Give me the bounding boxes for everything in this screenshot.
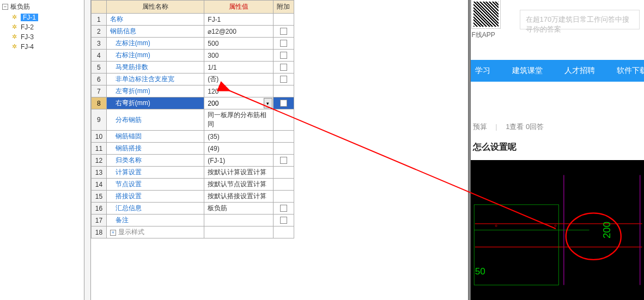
row-number: 4 <box>92 50 107 62</box>
tree-item-label: FJ-4 <box>21 43 34 51</box>
row-number: 14 <box>92 179 107 191</box>
prop-value[interactable] <box>204 226 274 238</box>
table-row[interactable]: 9分布钢筋同一板厚的分布筋相同 <box>92 109 294 131</box>
prop-value[interactable]: (35) <box>204 131 274 143</box>
prop-value[interactable]: 按默认搭接设置计算 <box>204 191 274 203</box>
gear-icon: ✲ <box>12 24 19 30</box>
table-row[interactable]: 11钢筋搭接(49) <box>92 143 294 155</box>
cad-dim-200: 200 <box>601 222 612 238</box>
table-row[interactable]: 8右弯折(mm)200▾ <box>92 97 294 109</box>
prop-name: 左标注(mm) <box>106 38 204 50</box>
prop-value[interactable]: 同一板厚的分布筋相同 <box>204 109 274 131</box>
search-input[interactable]: 在超170万建筑日常工作问答中搜寻你的答案 <box>520 10 640 29</box>
row-number: 15 <box>92 191 107 203</box>
table-row[interactable]: 5马凳筋排数1/1 <box>92 62 294 74</box>
prop-value[interactable]: (否) <box>204 74 274 85</box>
breadcrumb-b: 1查看 0回答 <box>506 123 544 131</box>
prop-value[interactable]: 按默认计算设置计算 <box>204 167 274 179</box>
tree-root-label: 板负筋 <box>10 2 30 11</box>
row-number: 12 <box>92 155 107 167</box>
tree-root[interactable]: − 板负筋 <box>0 1 84 13</box>
extra-cell <box>273 38 294 50</box>
extra-cell <box>273 226 294 238</box>
row-number: 1 <box>92 14 107 26</box>
col-extra: 附加 <box>273 1 294 14</box>
tree-panel: − 板负筋 ✲FJ-1✲FJ-2✲FJ-3✲FJ-4 <box>0 0 84 300</box>
prop-value[interactable]: (FJ-1) <box>204 155 274 167</box>
prop-value[interactable]: (49) <box>204 143 274 155</box>
checkbox[interactable] <box>280 28 287 35</box>
extra-cell <box>273 109 294 131</box>
collapse-icon[interactable]: − <box>2 4 8 10</box>
question-title: 怎么设置呢 <box>473 142 517 153</box>
prop-name: 备注 <box>106 215 204 226</box>
table-row[interactable]: 18+显示样式 <box>92 226 294 238</box>
checkbox[interactable] <box>280 40 287 47</box>
gear-icon: ✲ <box>12 14 19 21</box>
extra-cell <box>273 143 294 155</box>
extra-cell <box>273 155 294 167</box>
prop-name: 右标注(mm) <box>106 50 204 62</box>
extra-cell <box>273 26 294 38</box>
table-row[interactable]: 7左弯折(mm)120 <box>92 85 294 97</box>
prop-name: 左弯折(mm) <box>106 85 204 97</box>
tree-item-FJ-1[interactable]: ✲FJ-1 <box>10 13 84 22</box>
checkbox[interactable] <box>280 64 287 71</box>
prop-name: 节点设置 <box>106 179 204 191</box>
table-row[interactable]: 3左标注(mm)500 <box>92 38 294 50</box>
prop-value[interactable]: FJ-1 <box>204 14 274 26</box>
extra-cell <box>273 85 294 97</box>
tree-item-FJ-3[interactable]: ✲FJ-3 <box>10 32 84 42</box>
table-row[interactable]: 16汇总信息板负筋 <box>92 203 294 215</box>
prop-value[interactable]: 板负筋 <box>204 203 274 215</box>
tree-item-FJ-2[interactable]: ✲FJ-2 <box>10 22 84 32</box>
table-row[interactable]: 4右标注(mm)300 <box>92 50 294 62</box>
prop-value[interactable]: 300 <box>204 50 274 62</box>
dropdown-icon[interactable]: ▾ <box>264 98 272 108</box>
nav-item[interactable]: 人才招聘 <box>564 66 595 76</box>
extra-cell <box>273 191 294 203</box>
prop-name: 钢筋锚固 <box>106 131 204 143</box>
extra-cell <box>273 131 294 143</box>
checkbox[interactable] <box>280 52 287 59</box>
nav-item[interactable]: 学习 <box>475 66 490 76</box>
checkbox[interactable] <box>280 157 287 164</box>
prop-value[interactable]: ⌀12@200 <box>204 26 274 38</box>
prop-value[interactable]: 500 <box>204 38 274 50</box>
checkbox[interactable] <box>280 76 287 83</box>
expand-icon[interactable]: + <box>110 230 116 236</box>
table-row[interactable]: 6非单边标注含支座宽(否) <box>92 74 294 85</box>
nav-item[interactable]: 建筑课堂 <box>512 66 543 76</box>
table-row[interactable]: 10钢筋锚固(35) <box>92 131 294 143</box>
prop-name: 马凳筋排数 <box>106 62 204 74</box>
extra-cell <box>273 50 294 62</box>
right-panel: F线APP 在超170万建筑日常工作问答中搜寻你的答案 学习建筑课堂人才招聘软件… <box>471 0 645 300</box>
nav-item[interactable]: 软件下载 <box>617 66 645 76</box>
row-number: 9 <box>92 109 107 131</box>
prop-value[interactable]: 按默认节点设置计算 <box>204 179 274 191</box>
prop-value[interactable]: 200▾ <box>204 97 274 109</box>
breadcrumb-a[interactable]: 预算 <box>473 123 487 131</box>
svg-point-4 <box>495 225 497 226</box>
table-row[interactable]: 12归类名称(FJ-1) <box>92 155 294 167</box>
table-row[interactable]: 17备注 <box>92 215 294 226</box>
extra-cell <box>273 203 294 215</box>
checkbox[interactable] <box>280 100 287 107</box>
tree-item-label: FJ-3 <box>21 33 34 41</box>
checkbox[interactable] <box>280 217 287 224</box>
table-row[interactable]: 1名称FJ-1 <box>92 14 294 26</box>
tree-item-FJ-4[interactable]: ✲FJ-4 <box>10 42 84 52</box>
row-number: 2 <box>92 26 107 38</box>
checkbox[interactable] <box>280 205 287 212</box>
extra-cell <box>273 97 294 109</box>
table-row[interactable]: 13计算设置按默认计算设置计算 <box>92 167 294 179</box>
table-row[interactable]: 2钢筋信息⌀12@200 <box>92 26 294 38</box>
table-row[interactable]: 15搭接设置按默认搭接设置计算 <box>92 191 294 203</box>
table-row[interactable]: 14节点设置按默认节点设置计算 <box>92 179 294 191</box>
prop-value[interactable]: 1/1 <box>204 62 274 74</box>
qr-code <box>472 0 500 28</box>
svg-rect-6 <box>474 205 558 285</box>
prop-value[interactable] <box>204 215 274 226</box>
extra-cell <box>273 62 294 74</box>
prop-value[interactable]: 120 <box>204 85 274 97</box>
